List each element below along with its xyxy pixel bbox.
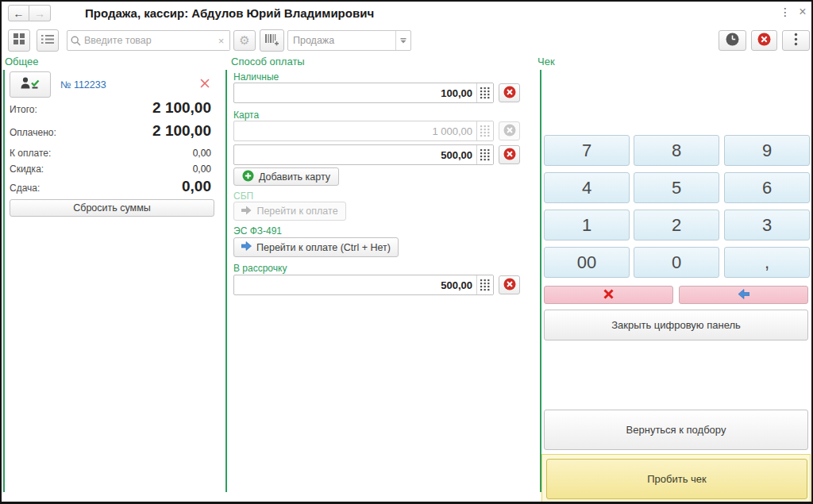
select-customer-button[interactable] — [10, 71, 51, 98]
kebab-icon — [794, 33, 798, 48]
keypad-3[interactable]: 3 — [724, 210, 810, 240]
add-card-button[interactable]: Добавить карту — [233, 167, 339, 186]
blue-arrow-left-icon — [738, 288, 749, 302]
delete-card-payment-button-disabled — [499, 121, 520, 140]
back-button[interactable]: ← — [8, 5, 29, 21]
settings-button[interactable]: ⚙ — [233, 30, 256, 51]
payment-section-header: Способ оплаты — [231, 56, 305, 67]
keypad-1[interactable]: 1 — [544, 210, 630, 240]
total-value: 2 100,00 — [152, 99, 211, 117]
list-view-button[interactable] — [37, 29, 59, 52]
return-to-selection-button[interactable]: Вернуться к подбору — [544, 410, 808, 450]
window-menu-icon[interactable]: ⋮ — [780, 6, 791, 18]
numpad-icon[interactable] — [476, 275, 493, 294]
cash-amount-input[interactable] — [234, 83, 476, 102]
keypad-backspace-button[interactable] — [679, 286, 808, 304]
commit-receipt-area: Пробить чек — [541, 454, 811, 502]
column-separator — [225, 70, 227, 492]
red-cross-circle-icon — [503, 148, 516, 163]
discount-label: Скидка: — [10, 164, 44, 175]
numpad-icon — [476, 121, 493, 140]
numpad-icon[interactable] — [476, 83, 493, 102]
cash-amount-field — [233, 83, 494, 103]
clock-icon — [726, 33, 739, 48]
receipt-number-link[interactable]: № 112233 — [60, 79, 106, 90]
es-label: ЭС ФЗ-491 — [233, 225, 282, 237]
keypad-00[interactable]: 00 — [544, 247, 630, 278]
es-pay-label: Перейти к оплате (Ctrl + Нет) — [256, 242, 391, 253]
sbp-label: СБП — [233, 190, 253, 202]
add-card-label: Добавить карту — [259, 171, 330, 183]
paid-value: 2 100,00 — [152, 122, 211, 140]
installment-label: В рассрочку — [233, 263, 287, 274]
delete-card-payment-button[interactable] — [499, 145, 520, 164]
barcode-button[interactable] — [260, 29, 284, 52]
more-actions-button[interactable] — [782, 30, 810, 51]
gear-icon: ⚙ — [239, 33, 249, 48]
keypad-clear-button[interactable] — [544, 286, 673, 304]
delete-cash-payment-button[interactable] — [499, 83, 520, 102]
keypad-4[interactable]: 4 — [544, 172, 630, 203]
red-cross-circle-icon — [503, 278, 516, 293]
column-separator — [540, 70, 541, 492]
product-search-field[interactable] — [67, 30, 214, 51]
numpad-icon[interactable] — [476, 145, 493, 164]
page-title: Продажа, кассир: Абдулов Юрий Владимиров… — [85, 6, 374, 20]
installment-amount-input[interactable] — [234, 275, 476, 294]
to-pay-value: 0,00 — [193, 148, 211, 159]
cancel-receipt-button[interactable] — [751, 30, 777, 51]
keypad-2[interactable]: 2 — [634, 210, 719, 240]
card-amount-input-1 — [234, 121, 476, 140]
card-amount-field-2 — [233, 144, 494, 165]
keypad-5[interactable]: 5 — [634, 172, 719, 203]
column-separator — [3, 70, 5, 492]
tiles-view-button[interactable] — [8, 29, 30, 52]
change-label: Сдача: — [10, 183, 40, 194]
recent-operations-button[interactable] — [719, 30, 746, 51]
keypad-comma[interactable]: , — [724, 247, 810, 278]
history-nav: ← → — [8, 5, 51, 21]
search-input[interactable] — [84, 35, 210, 46]
plus-circle-icon — [242, 170, 254, 184]
change-value: 0,00 — [182, 178, 211, 195]
card-label: Карта — [233, 110, 259, 121]
sbp-pay-button: Перейти к оплате — [233, 202, 346, 221]
close-numpad-button[interactable]: Закрыть цифровую панель — [544, 310, 808, 340]
operation-mode-value: Продажа — [288, 35, 395, 46]
commit-receipt-button[interactable]: Пробить чек — [546, 459, 807, 499]
paid-label: Оплачено: — [10, 127, 56, 138]
customer-check-icon — [20, 76, 40, 94]
keypad-9[interactable]: 9 — [724, 135, 810, 166]
search-clear-icon[interactable]: × — [213, 30, 230, 51]
search-icon — [71, 36, 81, 46]
chevron-down-icon[interactable] — [395, 31, 410, 50]
gray-cross-circle-icon — [503, 124, 516, 139]
keypad-0[interactable]: 0 — [634, 247, 719, 278]
to-pay-label: К оплате: — [10, 148, 51, 159]
sbp-pay-label: Перейти к оплате — [256, 206, 337, 217]
cash-label: Наличные — [233, 71, 279, 83]
reset-amounts-button[interactable]: Сбросить суммы — [10, 199, 214, 217]
es-pay-button[interactable]: Перейти к оплате (Ctrl + Нет) — [233, 237, 399, 257]
list-icon — [41, 34, 54, 47]
blue-arrow-right-icon — [241, 241, 252, 253]
tiles-icon — [13, 33, 25, 48]
receipt-section-header: Чек — [538, 56, 555, 67]
general-section-header: Общее — [5, 56, 39, 67]
keypad-6[interactable]: 6 — [724, 172, 810, 203]
red-cross-circle-icon — [757, 33, 771, 48]
red-x-icon — [603, 288, 614, 302]
forward-button[interactable]: → — [29, 5, 51, 21]
clear-receipt-icon[interactable] — [199, 78, 210, 92]
gray-arrow-right-icon — [241, 206, 252, 217]
operation-mode-select[interactable]: Продажа — [287, 30, 411, 51]
delete-installment-payment-button[interactable] — [499, 275, 520, 294]
barcode-icon — [265, 33, 279, 48]
pos-window: ← → Продажа, кассир: Абдулов Юрий Владим… — [0, 0, 813, 504]
keypad-7[interactable]: 7 — [544, 135, 630, 166]
window-close-icon[interactable]: × — [796, 5, 809, 19]
keypad-8[interactable]: 8 — [634, 135, 719, 166]
card-amount-field-1 — [233, 121, 494, 141]
card-amount-input-2[interactable] — [234, 145, 476, 164]
discount-value: 0,00 — [193, 164, 211, 175]
